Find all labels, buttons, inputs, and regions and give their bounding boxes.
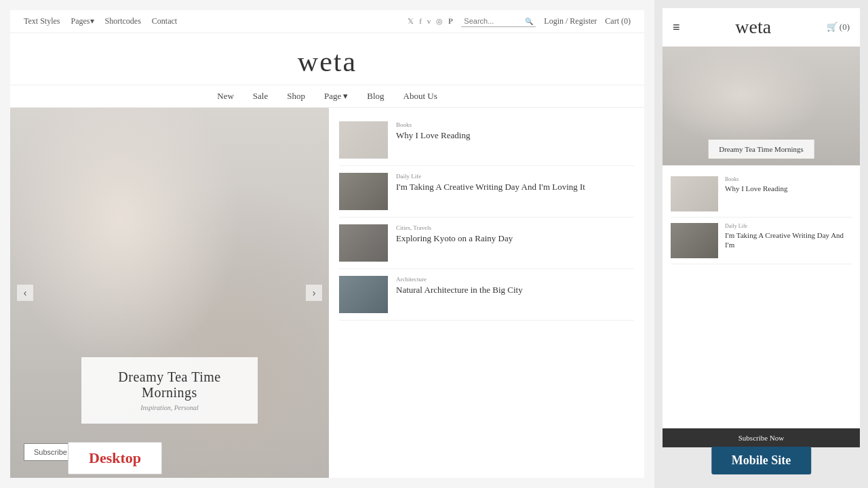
mobile-blog-list: Books Why I Love Reading Daily Life I'm … bbox=[663, 165, 860, 428]
mobile-blog-item-2[interactable]: Daily Life I'm Taking A Creative Writing… bbox=[671, 218, 852, 264]
search-button[interactable]: 🔍 bbox=[525, 18, 533, 25]
blog-post-title-1: Why I Love Reading bbox=[396, 130, 634, 142]
blog-info-4: Architecture Natural Architecture in the… bbox=[396, 276, 634, 296]
text-styles-link[interactable]: Text Styles bbox=[24, 16, 60, 26]
blog-category-4: Architecture bbox=[396, 276, 634, 283]
thumb-writing-2 bbox=[339, 173, 388, 210]
nav-page[interactable]: Page ▾ bbox=[324, 91, 348, 102]
mobile-blog-info-2: Daily Life I'm Taking A Creative Writing… bbox=[725, 223, 852, 250]
vimeo-icon[interactable]: v bbox=[427, 17, 431, 26]
slider-prev-button[interactable]: ‹ bbox=[17, 285, 33, 301]
content-area: ‹ › Dreamy Tea Time Mornings Inspiration… bbox=[10, 108, 644, 478]
search-input[interactable] bbox=[464, 17, 525, 25]
blog-thumb-1 bbox=[339, 121, 388, 159]
search-bar: 🔍 bbox=[461, 16, 536, 27]
mobile-logo[interactable]: weta bbox=[735, 16, 771, 38]
mobile-blog-cat-2: Daily Life bbox=[725, 223, 852, 229]
hamburger-button[interactable]: ≡ bbox=[673, 20, 680, 35]
mobile-cart[interactable]: 🛒 (0) bbox=[827, 22, 850, 33]
blog-post-title-2: I'm Taking A Creative Writing Day And I'… bbox=[396, 182, 634, 193]
mobile-blog-title-2: I'm Taking A Creative Writing Day And I'… bbox=[725, 230, 852, 250]
blog-thumb-4 bbox=[339, 276, 388, 313]
nav-blog[interactable]: Blog bbox=[367, 91, 384, 102]
blog-category-3: Cities, Travels bbox=[396, 224, 634, 231]
desktop-site: Text Styles Pages▾ Shortcodes Contact 𝕏 … bbox=[10, 10, 644, 478]
mobile-thumb-books bbox=[671, 176, 718, 211]
pinterest-icon[interactable]: 𝐏 bbox=[448, 17, 453, 26]
mobile-blog-cat-1: Books bbox=[725, 176, 852, 182]
twitter-icon[interactable]: 𝕏 bbox=[408, 17, 414, 26]
blog-item-2[interactable]: Daily Life I'm Taking A Creative Writing… bbox=[339, 166, 634, 218]
hero-title: Dreamy Tea Time Mornings bbox=[102, 369, 237, 401]
blog-post-title-3: Exploring Kyoto on a Rainy Day bbox=[396, 233, 634, 245]
hero-slider: ‹ › Dreamy Tea Time Mornings Inspiration… bbox=[10, 108, 329, 478]
mobile-label: Mobile Site bbox=[711, 447, 812, 474]
blog-item-1[interactable]: Books Why I Love Reading bbox=[339, 115, 634, 166]
mobile-subscribe-bar[interactable]: Subscribe Now bbox=[663, 428, 860, 447]
social-icons: 𝕏 f v ◎ 𝐏 bbox=[408, 17, 453, 26]
slider-next-button[interactable]: › bbox=[306, 285, 322, 301]
blog-category-2: Daily Life bbox=[396, 173, 634, 180]
top-nav-right: 𝕏 f v ◎ 𝐏 🔍 Login / Register Cart (0) bbox=[408, 16, 631, 27]
nav-about[interactable]: About Us bbox=[403, 91, 437, 102]
blog-thumb-2 bbox=[339, 173, 388, 210]
mobile-header: ≡ weta 🛒 (0) bbox=[663, 8, 860, 47]
blog-list: Books Why I Love Reading Daily Life I'm … bbox=[329, 108, 644, 478]
top-nav-links: Text Styles Pages▾ Shortcodes Contact bbox=[24, 16, 177, 26]
cart-icon: 🛒 bbox=[827, 22, 837, 33]
mobile-blog-info-1: Books Why I Love Reading bbox=[725, 176, 852, 193]
facebook-icon[interactable]: f bbox=[419, 17, 422, 26]
blog-info-3: Cities, Travels Exploring Kyoto on a Rai… bbox=[396, 224, 634, 245]
thumb-city-3 bbox=[339, 224, 388, 262]
site-logo[interactable]: weta bbox=[10, 45, 644, 78]
main-navigation: New Sale Shop Page ▾ Blog About Us bbox=[10, 85, 644, 108]
pages-link[interactable]: Pages▾ bbox=[71, 16, 94, 26]
mobile-hero-overlay: Dreamy Tea Time Mornings bbox=[708, 140, 814, 159]
mobile-cart-count: (0) bbox=[840, 22, 850, 33]
desktop-label: Desktop bbox=[68, 442, 162, 474]
blog-post-title-4: Natural Architecture in the Big City bbox=[396, 285, 634, 296]
logo-area: weta bbox=[10, 33, 644, 85]
mobile-site: ≡ weta 🛒 (0) Dreamy Tea Time Mornings Bo… bbox=[663, 8, 860, 447]
desktop-panel: Text Styles Pages▾ Shortcodes Contact 𝕏 … bbox=[0, 0, 654, 488]
mobile-thumb-2 bbox=[671, 223, 718, 258]
contact-link[interactable]: Contact bbox=[152, 16, 177, 26]
mobile-thumb-1 bbox=[671, 176, 718, 211]
blog-category-1: Books bbox=[396, 121, 634, 128]
nav-shop[interactable]: Shop bbox=[287, 91, 305, 102]
blog-item-4[interactable]: Architecture Natural Architecture in the… bbox=[339, 269, 634, 321]
instagram-icon[interactable]: ◎ bbox=[436, 17, 443, 26]
blog-info-1: Books Why I Love Reading bbox=[396, 121, 634, 142]
mobile-thumb-writing bbox=[671, 223, 718, 258]
blog-item-3[interactable]: Cities, Travels Exploring Kyoto on a Rai… bbox=[339, 218, 634, 269]
thumb-books-1 bbox=[339, 121, 388, 159]
shortcodes-link[interactable]: Shortcodes bbox=[105, 16, 141, 26]
auth-link[interactable]: Login / Register bbox=[544, 16, 597, 26]
mobile-blog-title-1: Why I Love Reading bbox=[725, 184, 852, 193]
nav-sale[interactable]: Sale bbox=[253, 91, 268, 102]
hero-overlay: Dreamy Tea Time Mornings Inspiration, Pe… bbox=[81, 357, 258, 424]
blog-thumb-3 bbox=[339, 224, 388, 262]
mobile-blog-item-1[interactable]: Books Why I Love Reading bbox=[671, 171, 852, 218]
nav-new[interactable]: New bbox=[217, 91, 234, 102]
top-navigation: Text Styles Pages▾ Shortcodes Contact 𝕏 … bbox=[10, 10, 644, 33]
hero-subtitle: Inspiration, Personal bbox=[102, 404, 237, 411]
mobile-panel: ≡ weta 🛒 (0) Dreamy Tea Time Mornings Bo… bbox=[654, 0, 868, 488]
cart-link[interactable]: Cart (0) bbox=[605, 16, 631, 26]
mobile-hero: Dreamy Tea Time Mornings bbox=[663, 47, 860, 165]
thumb-arch-4 bbox=[339, 276, 388, 313]
blog-info-2: Daily Life I'm Taking A Creative Writing… bbox=[396, 173, 634, 193]
